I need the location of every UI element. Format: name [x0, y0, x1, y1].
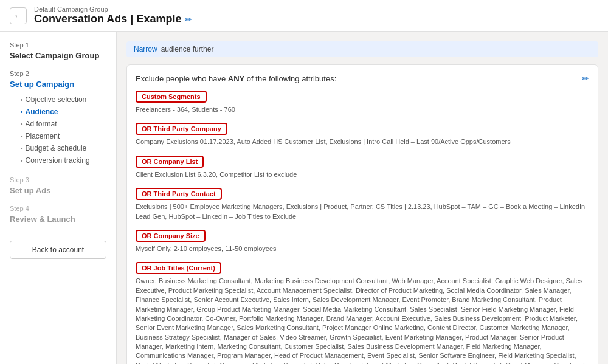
header: ← Default Campaign Group Conversation Ad…	[0, 0, 608, 32]
segment-badge[interactable]: OR Company Size	[136, 230, 206, 242]
edit-title-icon[interactable]: ✏	[185, 15, 192, 24]
step3-title: Set up Ads	[10, 186, 106, 195]
step2-nav: Objective selectionAudienceAd formatPlac…	[10, 94, 106, 167]
segment-badge[interactable]: OR Company List	[136, 156, 204, 168]
step4-label: Step 4	[10, 205, 106, 212]
segment-badge[interactable]: OR Job Titles (Current)	[136, 262, 221, 274]
sidebar-nav-item[interactable]: Budget & schedule	[15, 142, 106, 154]
segment-detail: Myself Only, 2-10 employees, 11-50 emplo…	[136, 244, 589, 253]
step1-label: Step 1	[10, 41, 106, 49]
narrow-audience-bar: Narrow audience further	[126, 41, 598, 57]
segment-group: OR Company ListClient Exclusion List 6.3…	[136, 156, 589, 179]
sidebar-nav-item[interactable]: Audience	[15, 106, 106, 118]
segment-group: OR Third Party CompanyCompany Exclusions…	[136, 123, 589, 146]
exclusion-edit-icon[interactable]: ✏	[582, 74, 589, 83]
segment-badge[interactable]: Custom Segments	[136, 91, 207, 103]
step2-title: Set up Campaign	[10, 80, 106, 89]
exclusion-header-text: Exclude people who have ANY of the follo…	[136, 74, 336, 83]
segment-detail: Freelancers - 364, Students - 760	[136, 105, 589, 114]
back-to-account-button[interactable]: Back to account	[10, 241, 106, 259]
sidebar: Step 1 Select Campaign Group Step 2 Set …	[0, 32, 117, 364]
segment-group: OR Third Party ContactExclusions | 500+ …	[136, 188, 589, 221]
step4-title: Review & Launch	[10, 215, 106, 224]
back-navigation-button[interactable]: ←	[10, 7, 27, 24]
narrow-link[interactable]: Narrow	[134, 45, 157, 53]
segment-detail: Owner, Business Marketing Consultant, Ma…	[136, 276, 589, 364]
page-title: Conversation Ads | Example	[34, 13, 181, 26]
step3-label: Step 3	[10, 176, 106, 184]
segments-container: Custom SegmentsFreelancers - 364, Studen…	[136, 91, 589, 364]
header-title-row: Conversation Ads | Example ✏	[34, 13, 192, 26]
segment-badge[interactable]: OR Third Party Contact	[136, 188, 222, 200]
campaign-group-name: Default Campaign Group	[34, 5, 192, 13]
sidebar-nav-item[interactable]: Ad format	[15, 118, 106, 130]
step3-group: Step 3 Set up Ads	[10, 176, 106, 195]
segment-detail: Client Exclusion List 6.3.20, Competitor…	[136, 170, 589, 179]
step2-label: Step 2	[10, 70, 106, 77]
segment-group: OR Company SizeMyself Only, 2-10 employe…	[136, 230, 589, 253]
step4-group: Step 4 Review & Launch	[10, 205, 106, 224]
segment-badge[interactable]: OR Third Party Company	[136, 123, 227, 135]
step1-group: Step 1 Select Campaign Group	[10, 41, 106, 60]
segment-group: Custom SegmentsFreelancers - 364, Studen…	[136, 91, 589, 114]
main-layout: Step 1 Select Campaign Group Step 2 Set …	[0, 32, 608, 364]
exclusion-header: Exclude people who have ANY of the follo…	[136, 74, 589, 83]
step2-group: Step 2 Set up Campaign Objective selecti…	[10, 70, 106, 167]
segment-group: OR Job Titles (Current)Owner, Business M…	[136, 262, 589, 364]
exclusion-box: Exclude people who have ANY of the follo…	[126, 64, 598, 364]
sidebar-nav-item[interactable]: Conversion tracking	[15, 154, 106, 167]
content-area: Narrow audience further Exclude people w…	[117, 32, 608, 364]
step1-title: Select Campaign Group	[10, 51, 106, 60]
segment-detail: Company Exclusions 01.17.2023, Auto Adde…	[136, 137, 589, 146]
header-title-group: Default Campaign Group Conversation Ads …	[34, 5, 192, 26]
narrow-bar-text: audience further	[161, 45, 214, 53]
segment-detail: Exclusions | 500+ Employee Marketing Man…	[136, 202, 589, 221]
sidebar-nav-item[interactable]: Objective selection	[15, 94, 106, 106]
sidebar-nav-item[interactable]: Placement	[15, 130, 106, 142]
